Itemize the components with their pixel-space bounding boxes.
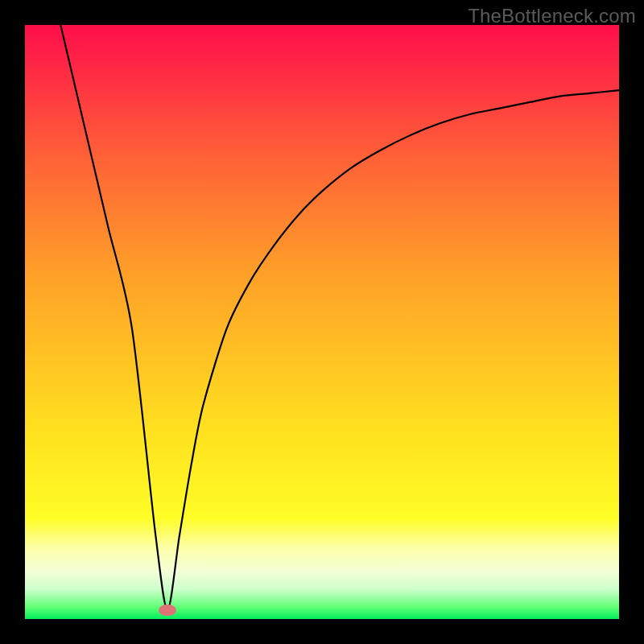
plot-area [25,25,619,619]
attribution-text: TheBottleneck.com [468,5,636,27]
bottleneck-curve [25,25,619,619]
min-marker [159,605,176,616]
